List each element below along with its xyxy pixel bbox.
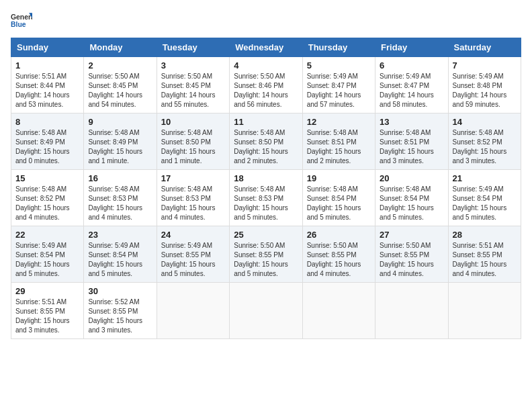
day-number: 7 [453,60,517,71]
day-info: Sunrise: 5:48 AMSunset: 8:53 PMDaylight:… [234,185,298,222]
day-number: 13 [380,117,443,127]
calendar-cell: 18Sunrise: 5:48 AMSunset: 8:53 PMDayligh… [230,170,302,226]
day-info: Sunrise: 5:50 AMSunset: 8:45 PMDaylight:… [161,72,225,109]
calendar-cell [157,283,229,339]
calendar-cell: 21Sunrise: 5:49 AMSunset: 8:54 PMDayligh… [448,170,521,226]
calendar-cell: 9Sunrise: 5:48 AMSunset: 8:49 PMDaylight… [84,113,157,170]
calendar-cell: 25Sunrise: 5:50 AMSunset: 8:55 PMDayligh… [230,226,302,283]
calendar-cell: 28Sunrise: 5:51 AMSunset: 8:55 PMDayligh… [448,226,521,283]
day-info: Sunrise: 5:48 AMSunset: 8:50 PMDaylight:… [161,128,225,166]
calendar-cell [230,283,302,339]
day-number: 14 [453,117,517,127]
calendar-cell: 4Sunrise: 5:50 AMSunset: 8:46 PMDaylight… [230,57,302,113]
day-info: Sunrise: 5:49 AMSunset: 8:48 PMDaylight:… [453,72,517,109]
calendar-cell: 10Sunrise: 5:48 AMSunset: 8:50 PMDayligh… [157,113,229,170]
calendar-cell: 11Sunrise: 5:48 AMSunset: 8:50 PMDayligh… [230,113,302,170]
day-info: Sunrise: 5:50 AMSunset: 8:55 PMDaylight:… [307,241,371,279]
day-number: 1 [15,60,79,71]
day-info: Sunrise: 5:48 AMSunset: 8:51 PMDaylight:… [307,128,371,166]
calendar-cell: 17Sunrise: 5:48 AMSunset: 8:53 PMDayligh… [157,170,229,226]
calendar-cell: 26Sunrise: 5:50 AMSunset: 8:55 PMDayligh… [302,226,375,283]
day-number: 21 [453,173,517,183]
calendar-cell: 12Sunrise: 5:48 AMSunset: 8:51 PMDayligh… [302,113,375,170]
day-number: 8 [15,117,79,127]
day-info: Sunrise: 5:48 AMSunset: 8:53 PMDaylight:… [161,185,225,222]
day-header-monday: Monday [84,38,157,57]
calendar-cell: 5Sunrise: 5:49 AMSunset: 8:47 PMDaylight… [302,57,375,113]
calendar-cell: 27Sunrise: 5:50 AMSunset: 8:55 PMDayligh… [375,226,448,283]
day-number: 27 [380,230,443,240]
day-info: Sunrise: 5:51 AMSunset: 8:55 PMDaylight:… [15,298,79,335]
svg-text:Blue: Blue [11,21,26,28]
day-number: 28 [453,230,517,240]
calendar-cell: 1Sunrise: 5:51 AMSunset: 8:44 PMDaylight… [11,57,84,113]
logo: GeneralBlue [11,11,32,32]
calendar-cell: 19Sunrise: 5:48 AMSunset: 8:54 PMDayligh… [302,170,375,226]
calendar-cell [375,283,448,339]
day-info: Sunrise: 5:49 AMSunset: 8:47 PMDaylight:… [307,72,371,109]
day-number: 3 [161,60,225,71]
calendar-cell: 7Sunrise: 5:49 AMSunset: 8:48 PMDaylight… [448,57,521,113]
day-header-saturday: Saturday [448,38,521,57]
day-info: Sunrise: 5:48 AMSunset: 8:53 PMDaylight:… [88,185,152,222]
svg-text:General: General [11,13,32,21]
calendar-week-row: 15Sunrise: 5:48 AMSunset: 8:52 PMDayligh… [11,170,521,226]
day-header-friday: Friday [375,38,448,57]
day-number: 18 [234,173,298,183]
day-number: 30 [88,286,152,296]
calendar-week-row: 29Sunrise: 5:51 AMSunset: 8:55 PMDayligh… [11,283,521,339]
day-number: 24 [161,230,225,240]
day-number: 2 [88,60,152,71]
day-number: 16 [88,173,152,183]
day-info: Sunrise: 5:51 AMSunset: 8:44 PMDaylight:… [15,72,79,109]
day-info: Sunrise: 5:48 AMSunset: 8:50 PMDaylight:… [234,128,298,166]
calendar-cell: 29Sunrise: 5:51 AMSunset: 8:55 PMDayligh… [11,283,84,339]
calendar-cell: 13Sunrise: 5:48 AMSunset: 8:51 PMDayligh… [375,113,448,170]
calendar-cell: 16Sunrise: 5:48 AMSunset: 8:53 PMDayligh… [84,170,157,226]
day-info: Sunrise: 5:50 AMSunset: 8:55 PMDaylight:… [234,241,298,279]
calendar-cell: 22Sunrise: 5:49 AMSunset: 8:54 PMDayligh… [11,226,84,283]
day-info: Sunrise: 5:48 AMSunset: 8:54 PMDaylight:… [307,185,371,222]
day-info: Sunrise: 5:49 AMSunset: 8:54 PMDaylight:… [88,241,152,279]
day-number: 23 [88,230,152,240]
calendar-week-row: 8Sunrise: 5:48 AMSunset: 8:49 PMDaylight… [11,113,521,170]
day-info: Sunrise: 5:48 AMSunset: 8:52 PMDaylight:… [453,128,517,166]
calendar-cell: 24Sunrise: 5:49 AMSunset: 8:55 PMDayligh… [157,226,229,283]
day-number: 5 [307,60,371,71]
day-number: 12 [307,117,371,127]
day-number: 22 [15,230,79,240]
day-header-sunday: Sunday [11,38,84,57]
calendar-cell [302,283,375,339]
day-number: 15 [15,173,79,183]
day-info: Sunrise: 5:51 AMSunset: 8:55 PMDaylight:… [453,241,517,279]
day-number: 20 [380,173,443,183]
day-number: 11 [234,117,298,127]
day-number: 17 [161,173,225,183]
logo-icon: GeneralBlue [11,11,32,32]
calendar-cell [448,283,521,339]
calendar-table: SundayMondayTuesdayWednesdayThursdayFrid… [11,38,521,339]
day-number: 29 [15,286,79,296]
day-number: 6 [380,60,443,71]
calendar-cell: 2Sunrise: 5:50 AMSunset: 8:45 PMDaylight… [84,57,157,113]
day-info: Sunrise: 5:50 AMSunset: 8:46 PMDaylight:… [234,72,298,109]
day-info: Sunrise: 5:49 AMSunset: 8:55 PMDaylight:… [161,241,225,279]
calendar-cell: 20Sunrise: 5:48 AMSunset: 8:54 PMDayligh… [375,170,448,226]
calendar-cell: 14Sunrise: 5:48 AMSunset: 8:52 PMDayligh… [448,113,521,170]
day-info: Sunrise: 5:48 AMSunset: 8:54 PMDaylight:… [380,185,443,222]
calendar-cell: 30Sunrise: 5:52 AMSunset: 8:55 PMDayligh… [84,283,157,339]
day-info: Sunrise: 5:48 AMSunset: 8:49 PMDaylight:… [15,128,79,166]
page-header: GeneralBlue [11,11,521,32]
calendar-week-row: 1Sunrise: 5:51 AMSunset: 8:44 PMDaylight… [11,57,521,113]
day-info: Sunrise: 5:49 AMSunset: 8:54 PMDaylight:… [15,241,79,279]
day-info: Sunrise: 5:49 AMSunset: 8:54 PMDaylight:… [453,185,517,222]
day-info: Sunrise: 5:52 AMSunset: 8:55 PMDaylight:… [88,298,152,335]
day-number: 10 [161,117,225,127]
day-info: Sunrise: 5:48 AMSunset: 8:49 PMDaylight:… [88,128,152,166]
day-number: 9 [88,117,152,127]
day-number: 25 [234,230,298,240]
day-header-wednesday: Wednesday [230,38,302,57]
day-info: Sunrise: 5:49 AMSunset: 8:47 PMDaylight:… [380,72,443,109]
day-number: 4 [234,60,298,71]
day-header-thursday: Thursday [302,38,375,57]
